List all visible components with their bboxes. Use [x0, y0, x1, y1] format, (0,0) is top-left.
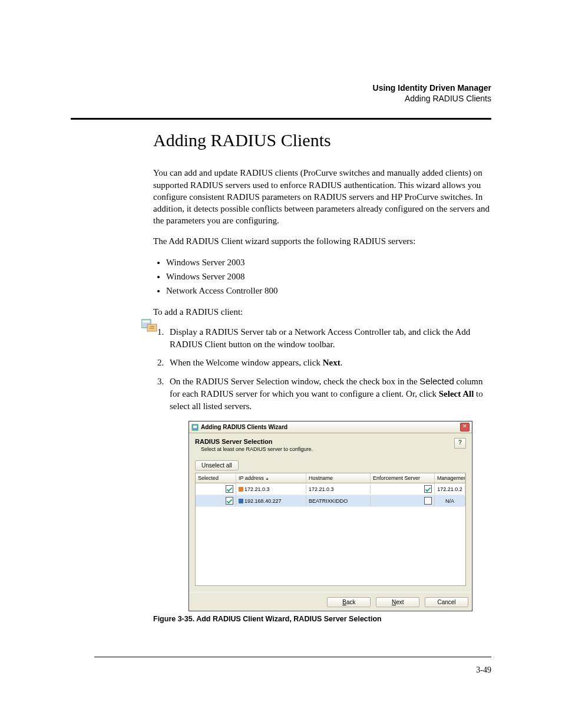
table-row[interactable]: 172.21.0.3 172.21.0.3 172.21.0.2 [196, 483, 465, 495]
svg-rect-2 [239, 487, 243, 492]
next-label: ext [396, 599, 404, 605]
col-header-ip-label: IP address [239, 475, 264, 481]
cancel-button[interactable]: Cancel [425, 597, 468, 607]
step-3: On the RADIUS Server Selection window, c… [166, 375, 491, 413]
col-header-hostname[interactable]: Hostname [306, 473, 371, 483]
wizard-footer: Back Next Cancel [189, 592, 472, 611]
row-selected-checkbox[interactable] [226, 485, 233, 493]
step-text: When the Welcome window appears, click [170, 358, 323, 367]
svg-rect-5 [143, 321, 150, 322]
wizard-window-icon [191, 424, 199, 431]
figure-caption: Figure 3-35. Add RADIUS Client Wizard, R… [153, 615, 491, 623]
col-header-ip[interactable]: IP address▲ [236, 473, 306, 483]
step-text: Display a RADIUS Server tab or a Network… [170, 327, 470, 349]
server-icon [239, 499, 243, 503]
next-button[interactable]: Next [376, 597, 419, 607]
grid-header: Selected IP address▲ Hostname Enforcemen… [196, 473, 465, 483]
cell-mgmt: N/A [435, 496, 465, 506]
page-number: 3-49 [476, 666, 491, 675]
back-label: ack [346, 599, 356, 605]
cell-hostname: 172.21.0.3 [306, 485, 371, 494]
supports-line: The Add RADIUS Client wizard supports th… [153, 235, 491, 247]
col-header-selected[interactable]: Selected [196, 473, 236, 483]
row-selected-checkbox[interactable] [226, 497, 233, 505]
footer-rule [94, 657, 491, 657]
svg-rect-3 [239, 499, 243, 503]
wizard-sub: Select at least one RADIUS server to con… [201, 446, 313, 452]
step-bold: Next [323, 358, 340, 367]
cell-ip: 192.168.40.227 [244, 498, 282, 504]
cell-hostname: BEATRIXKIDDO [306, 496, 371, 506]
server-icon [239, 487, 243, 492]
server-list: Windows Server 2003 Windows Server 2008 … [166, 255, 491, 298]
sort-indicator-icon: ▲ [265, 476, 269, 480]
to-add-line: To add a RADIUS client: [153, 306, 491, 318]
step-text: On the RADIUS Server Selection window, c… [170, 377, 419, 386]
server-grid: Selected IP address▲ Hostname Enforcemen… [195, 473, 466, 586]
col-header-mgmt[interactable]: Management Serve... [435, 473, 465, 483]
steps-list: Display a RADIUS Server tab or a Network… [153, 326, 491, 413]
list-item: Network Access Controller 800 [166, 284, 491, 298]
unselect-all-button[interactable]: Unselect all [195, 460, 239, 470]
cell-ip: 172.21.0.3 [244, 486, 270, 492]
running-header: Using Identity Driven Manager Adding RAD… [71, 83, 491, 104]
wizard-titlebar: Adding RADIUS Clients Wizard ✕ [189, 421, 472, 433]
list-item: Windows Server 2008 [166, 269, 491, 284]
wizard-title: Adding RADIUS Clients Wizard [201, 424, 460, 430]
step-sans: Selected [419, 376, 454, 386]
help-button[interactable]: ? [454, 438, 466, 449]
table-row[interactable]: 192.168.40.227 BEATRIXKIDDO N/A [196, 495, 465, 507]
row-enforcement-checkbox[interactable] [424, 485, 432, 493]
step-1: Display a RADIUS Server tab or a Network… [166, 326, 491, 351]
step-text: . [340, 358, 343, 367]
header-chapter: Using Identity Driven Manager [71, 83, 491, 93]
page-title: Adding RADIUS Clients [153, 130, 491, 150]
intro-paragraph: You can add and update RADIUS clients (P… [153, 167, 491, 226]
cell-mgmt: 172.21.0.2 [435, 485, 465, 494]
wizard-heading: RADIUS Server Selection [195, 438, 313, 445]
close-icon[interactable]: ✕ [460, 423, 470, 431]
row-enforcement-checkbox[interactable] [424, 497, 432, 505]
col-header-enforcement[interactable]: Enforcement Server [371, 473, 435, 483]
header-rule [71, 118, 491, 120]
margin-wizard-icon [141, 318, 158, 332]
header-section: Adding RADIUS Clients [71, 93, 491, 104]
list-item: Windows Server 2003 [166, 255, 491, 269]
step-2: When the Welcome window appears, click N… [166, 357, 491, 369]
wizard-dialog: Adding RADIUS Clients Wizard ✕ RADIUS Se… [189, 421, 472, 611]
svg-rect-6 [147, 324, 157, 331]
step-bold: Select All [439, 389, 474, 398]
back-button[interactable]: Back [327, 597, 371, 607]
svg-rect-1 [193, 426, 197, 428]
